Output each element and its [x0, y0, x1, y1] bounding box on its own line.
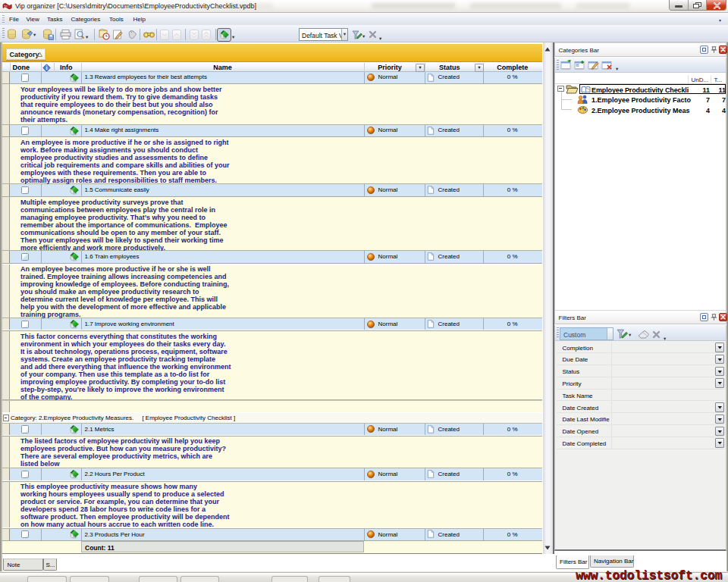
svg-text:i: i [46, 64, 47, 71]
